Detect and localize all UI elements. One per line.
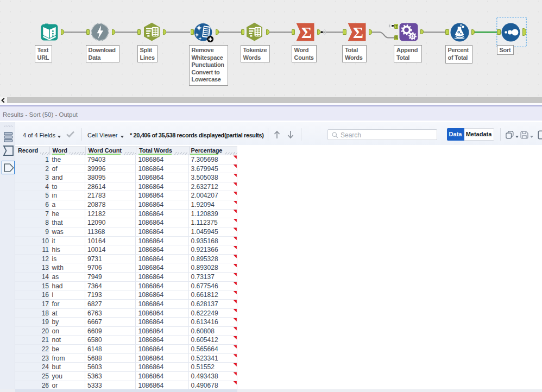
svg-text:Σ: Σ — [352, 23, 363, 41]
svg-text:Σ: Σ — [301, 23, 312, 41]
